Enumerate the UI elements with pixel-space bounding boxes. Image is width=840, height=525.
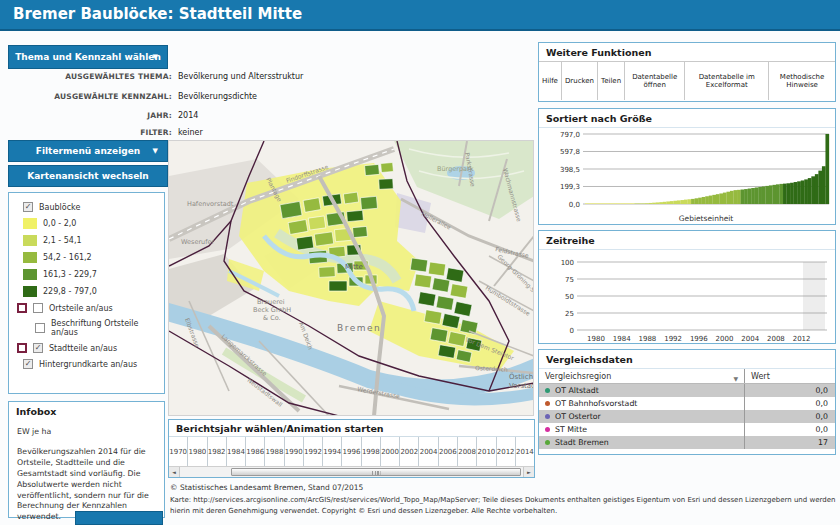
bar (783, 184, 787, 204)
bar (769, 185, 773, 204)
year-cell-1980[interactable]: 1980 (188, 437, 207, 466)
bar (631, 203, 635, 204)
comparison-row[interactable]: OT Altstadt0,0 (539, 384, 835, 397)
legend-class-swatch (23, 218, 37, 229)
bar (776, 184, 780, 204)
bar (698, 198, 702, 204)
hintergrund-toggle-label: Hintergrundkarte an/aus (39, 360, 137, 369)
legend-class-swatch (23, 286, 37, 297)
year-cell-1986[interactable]: 1986 (246, 437, 265, 466)
year-cell-2004[interactable]: 2004 (419, 437, 438, 466)
filter-menu-button[interactable]: Filtermenü anzeigen ▼ (8, 140, 168, 162)
x-tick-label: 1996 (690, 335, 708, 343)
function-button-datentabelle-im-excelformat[interactable]: Datentabelle im Excelformat (685, 62, 769, 100)
year-cell-1990[interactable]: 1990 (285, 437, 304, 466)
year-cell-2002[interactable]: 2002 (400, 437, 419, 466)
comparison-col-wert-label: Wert (751, 372, 770, 381)
bar (804, 179, 808, 204)
bar (737, 190, 741, 204)
legend-class-swatch (23, 235, 37, 246)
year-cell-1998[interactable]: 1998 (362, 437, 381, 466)
legend-class-row: 161,3 - 229,7 (9, 266, 164, 283)
hintergrundkarte-checkbox[interactable]: ✓ (23, 359, 33, 369)
infobox-title: Infobox (9, 402, 164, 420)
bar (702, 197, 706, 204)
x-tick-label: 1992 (664, 335, 682, 343)
bar (744, 189, 748, 204)
scroll-right-icon[interactable]: ► (523, 467, 534, 477)
hintergrund-toggle-row: ✓ Hintergrundkarte an/aus (9, 356, 164, 372)
year-cell-2000[interactable]: 2000 (381, 437, 400, 466)
year-cell-2014[interactable]: 2014 (516, 437, 534, 466)
comparison-row[interactable]: OT Ostertor0,0 (539, 410, 835, 423)
year-cell-1982[interactable]: 1982 (208, 437, 227, 466)
year-cell-1970[interactable]: 1970 (169, 437, 188, 466)
bar (825, 134, 829, 204)
stadtteile-checkbox[interactable]: ✓ (33, 343, 43, 353)
bar (734, 190, 738, 204)
bar (649, 203, 653, 204)
comparison-col-region-label: Vergleichsregion (545, 372, 611, 381)
bar (659, 202, 663, 204)
comparison-col-region[interactable]: Vergleichsregion ▼ (539, 372, 744, 381)
legend-panel: ✓ Baublöcke 0,0 - 2,02,1 - 54,154,2 - 16… (8, 192, 165, 394)
city-map[interactable]: Hafenvorstadt Weserufer Bürgerpark Mitte… (168, 140, 534, 416)
beschriftung-toggle-label: Beschriftung Ortsteile an/aus (51, 319, 156, 337)
year-cell-1988[interactable]: 1988 (265, 437, 284, 466)
selected-kennzahl-value: Bevölkerungsdichte (178, 92, 257, 101)
bar (705, 196, 709, 204)
map-view-button[interactable]: Kartenansicht wechseln (8, 165, 168, 187)
bar (613, 203, 617, 204)
scroll-left-icon[interactable]: ◄ (169, 467, 180, 477)
comparison-row[interactable]: OT Bahnhofsvorstadt0,0 (539, 397, 835, 410)
year-cell-2012[interactable]: 2012 (497, 437, 516, 466)
bar (652, 203, 656, 204)
function-button-teilen[interactable]: Teilen (598, 62, 625, 100)
year-cell-2006[interactable]: 2006 (439, 437, 458, 466)
map-label-mitte: Mitte (345, 263, 363, 271)
year-cell-2010[interactable]: 2010 (477, 437, 496, 466)
infobox-indicator: EW je ha (17, 427, 156, 438)
timeline-title: Berichtsjahr wählen/Animation starten (169, 420, 534, 436)
scrollbar-thumb[interactable] (231, 468, 521, 476)
stadtteile-toggle-label: Stadtteile an/aus (49, 344, 117, 353)
year-cell-2008[interactable]: 2008 (458, 437, 477, 466)
function-button-datentabelle-ffnen[interactable]: Datentabelle öffnen (625, 62, 685, 100)
bar (726, 192, 730, 204)
region-color-dot-icon (545, 427, 550, 432)
bar (677, 200, 681, 204)
year-cell-1992[interactable]: 1992 (304, 437, 323, 466)
function-button-methodische-hinweise[interactable]: Methodische Hinweise (769, 62, 835, 100)
comparison-value: 0,0 (744, 384, 835, 397)
legend-class-label: 54,2 - 161,2 (43, 253, 92, 262)
bar (680, 200, 684, 204)
baublöcke-checkbox[interactable]: ✓ (23, 202, 33, 212)
beschriftung-toggle-row: Beschriftung Ortsteile an/aus (9, 316, 164, 340)
comparison-row[interactable]: Stadt Bremen17 (539, 436, 835, 449)
legend-class-swatch (23, 269, 37, 280)
x-tick-label: 2008 (767, 335, 785, 343)
bar (592, 203, 596, 204)
ortsteile-checkbox[interactable] (33, 303, 43, 313)
legend-class-row: 229,8 - 797,0 (9, 283, 164, 300)
y-tick-label: 0 (570, 327, 574, 335)
theme-select-button[interactable]: Thema und Kennzahl wählen ▼ (8, 45, 168, 69)
comparison-panel: Vergleichsdaten Vergleichsregion ▼ Wert … (538, 349, 836, 455)
year-cell-1994[interactable]: 1994 (323, 437, 342, 466)
year-cell-1996[interactable]: 1996 (342, 437, 361, 466)
bar (617, 203, 621, 204)
comparison-row[interactable]: ST Mitte0,0 (539, 423, 835, 436)
beschriftung-checkbox[interactable] (35, 323, 45, 333)
region-color-dot-icon (545, 414, 550, 419)
comparison-value: 0,0 (744, 423, 835, 436)
sort-icon[interactable]: ▼ (733, 375, 738, 382)
timeline-scrollbar[interactable]: ◄ ► (169, 466, 534, 477)
legend-layer-label: Baublöcke (39, 203, 80, 212)
function-button-drucken[interactable]: Drucken (562, 62, 598, 100)
comparison-col-wert[interactable]: Wert (744, 369, 835, 383)
map-view-label: Kartenansicht wechseln (27, 171, 149, 181)
y-tick-label: 100 (561, 259, 574, 267)
function-button-hilfe[interactable]: Hilfe (539, 62, 562, 100)
partial-bottom-button[interactable] (75, 511, 163, 525)
year-cell-1984[interactable]: 1984 (227, 437, 246, 466)
